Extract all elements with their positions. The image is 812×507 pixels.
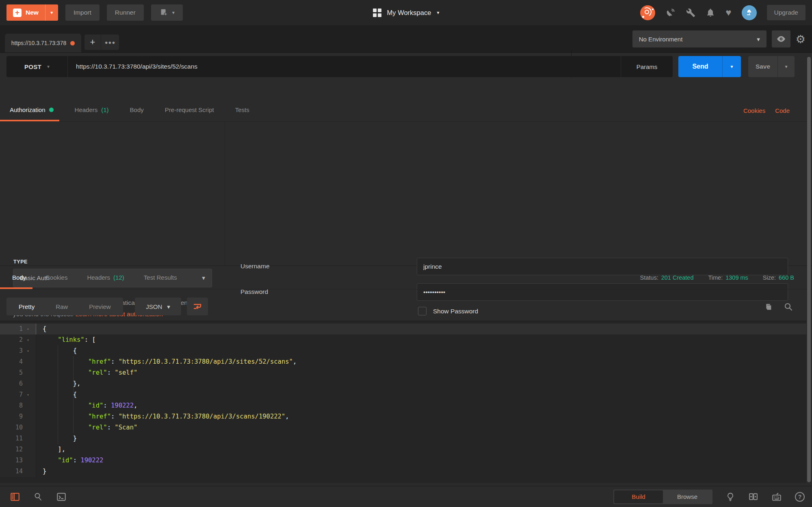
tab-headers-label: Headers bbox=[75, 106, 98, 113]
tab-options-button[interactable]: ●●● bbox=[101, 35, 119, 50]
send-button[interactable]: Send ▾ bbox=[678, 56, 741, 77]
fold-toggle-icon[interactable]: ▾ bbox=[23, 389, 33, 400]
line-number: 2 bbox=[0, 334, 23, 345]
chevron-down-icon: ▾ bbox=[437, 10, 439, 15]
view-mode-pretty[interactable]: Pretty bbox=[8, 303, 45, 310]
header-right: ♥ Upgrade bbox=[640, 0, 806, 25]
response-tab-test-results[interactable]: Test Results bbox=[144, 266, 177, 289]
tab-authorization-label: Authorization bbox=[10, 106, 45, 113]
avatar[interactable] bbox=[742, 5, 757, 20]
url-input[interactable]: https://10.3.71.73:3780/api/3/sites/52/s… bbox=[68, 63, 621, 70]
size-label: Size: bbox=[763, 274, 776, 281]
fold-toggle-icon[interactable]: ▾ bbox=[23, 345, 33, 356]
save-button[interactable]: Save ▾ bbox=[748, 56, 795, 77]
fold-spacer bbox=[23, 411, 33, 422]
header-bar: + New ▾ Import Runner ▾ My Workspace ▾ bbox=[0, 0, 812, 25]
environment-quick-look-button[interactable] bbox=[772, 30, 790, 47]
notifications-bell-icon[interactable] bbox=[706, 8, 715, 17]
tab-tests[interactable]: Tests bbox=[235, 106, 249, 121]
import-button[interactable]: Import bbox=[65, 4, 100, 21]
code-line: 6 }, bbox=[0, 378, 806, 389]
workspace-switcher[interactable]: My Workspace ▾ bbox=[373, 0, 440, 25]
format-select[interactable]: JSON ▾ bbox=[135, 298, 181, 315]
view-mode-raw[interactable]: Raw bbox=[45, 303, 78, 310]
view-mode-preview[interactable]: Preview bbox=[78, 303, 121, 310]
find-icon[interactable] bbox=[33, 492, 43, 502]
code-line: 2▾ "links": [ bbox=[0, 334, 806, 345]
fold-toggle-icon[interactable]: ▾ bbox=[23, 324, 33, 334]
keyboard-shortcuts-icon[interactable] bbox=[771, 492, 782, 502]
fold-toggle-icon[interactable]: ▾ bbox=[23, 334, 33, 345]
settings-gear-icon[interactable]: ⚙ bbox=[796, 34, 806, 45]
wrap-text-button[interactable] bbox=[187, 298, 208, 315]
save-button-main[interactable]: Save bbox=[748, 56, 777, 77]
fold-spacer bbox=[23, 400, 33, 411]
tab-body[interactable]: Body bbox=[130, 106, 144, 121]
tips-bulb-icon[interactable] bbox=[725, 492, 735, 502]
copy-icon[interactable] bbox=[764, 302, 773, 311]
fold-spacer bbox=[23, 356, 33, 367]
cookies-link[interactable]: Cookies bbox=[743, 107, 765, 114]
two-pane-view-icon[interactable] bbox=[748, 492, 758, 502]
tab-headers[interactable]: Headers (1) bbox=[75, 106, 109, 121]
environment-area: No Environment ▾ ⚙ bbox=[632, 30, 806, 47]
line-number: 11 bbox=[0, 433, 23, 444]
chevron-down-icon: ▾ bbox=[50, 10, 53, 15]
browse-toggle[interactable]: Browse bbox=[663, 490, 712, 503]
response-tab-cookies[interactable]: Cookies bbox=[45, 266, 67, 289]
method-select[interactable]: POST ▾ bbox=[6, 63, 67, 70]
chevron-down-icon: ▾ bbox=[757, 36, 760, 42]
environment-select[interactable]: No Environment ▾ bbox=[632, 30, 767, 47]
time-value: 1309 ms bbox=[725, 274, 748, 281]
runner-button[interactable]: Runner bbox=[107, 4, 144, 21]
code-line: 5 "rel": "self" bbox=[0, 367, 806, 378]
upgrade-button[interactable]: Upgrade bbox=[767, 5, 806, 20]
fold-spacer bbox=[23, 466, 33, 477]
console-icon[interactable] bbox=[56, 492, 67, 502]
interceptor-icon[interactable] bbox=[665, 7, 676, 18]
response-tab-body[interactable]: Body bbox=[12, 266, 26, 289]
build-toggle[interactable]: Build bbox=[614, 490, 663, 503]
response-body-editor[interactable]: 1▾{2▾ "links": [3▾ {4 "href": "https://1… bbox=[0, 321, 806, 483]
favorites-heart-icon[interactable]: ♥ bbox=[725, 8, 731, 17]
vertical-scrollbar[interactable] bbox=[807, 57, 811, 482]
line-number: 13 bbox=[0, 455, 23, 466]
status-value: 201 Created bbox=[661, 274, 694, 281]
code-link[interactable]: Code bbox=[775, 107, 790, 114]
help-icon[interactable]: ? bbox=[795, 492, 805, 502]
response-tools bbox=[764, 302, 793, 312]
status-label: Status: bbox=[640, 274, 658, 281]
build-browse-toggle: Build Browse bbox=[613, 490, 712, 504]
code-line: 11 } bbox=[0, 433, 806, 444]
method-label: POST bbox=[24, 63, 41, 70]
response-tab-headers[interactable]: Headers (12) bbox=[87, 266, 124, 289]
sync-status-icon[interactable] bbox=[640, 5, 655, 20]
response-tab-cookies-label: Cookies bbox=[45, 274, 67, 281]
new-button[interactable]: + New ▾ bbox=[6, 4, 58, 21]
send-dropdown-button[interactable]: ▾ bbox=[722, 56, 741, 77]
fold-spacer bbox=[23, 378, 33, 389]
new-dropdown-button[interactable]: ▾ bbox=[45, 4, 58, 21]
send-button-main[interactable]: Send bbox=[678, 56, 722, 77]
request-tab[interactable]: https://10.3.71.73:378 bbox=[5, 34, 81, 52]
code-line: 1▾{ bbox=[0, 324, 806, 334]
format-selected-label: JSON bbox=[146, 303, 162, 310]
tab-pre-request-script[interactable]: Pre-request Script bbox=[165, 106, 214, 121]
new-window-button[interactable]: ▾ bbox=[151, 4, 183, 21]
line-number: 6 bbox=[0, 378, 23, 389]
save-dropdown-button[interactable]: ▾ bbox=[777, 56, 795, 77]
divider bbox=[225, 122, 225, 265]
save-button-label: Save bbox=[756, 63, 770, 70]
toggle-sidebar-icon[interactable] bbox=[10, 492, 20, 502]
search-icon[interactable] bbox=[784, 302, 793, 312]
code-line: 10 "rel": "Scan" bbox=[0, 422, 806, 433]
tab-authorization[interactable]: Authorization bbox=[10, 106, 54, 121]
open-new-tab-button[interactable]: + bbox=[84, 35, 101, 50]
params-button[interactable]: Params bbox=[621, 56, 673, 77]
request-editor-tabs: Authorization Headers (1) Body Pre-reque… bbox=[0, 77, 812, 122]
view-mode-switch: Pretty Raw Preview bbox=[6, 298, 123, 315]
settings-wrench-icon[interactable] bbox=[686, 8, 695, 17]
response-tab-body-label: Body bbox=[12, 274, 26, 281]
code-line: 12 ], bbox=[0, 444, 806, 455]
new-button-main[interactable]: + New bbox=[6, 4, 45, 21]
